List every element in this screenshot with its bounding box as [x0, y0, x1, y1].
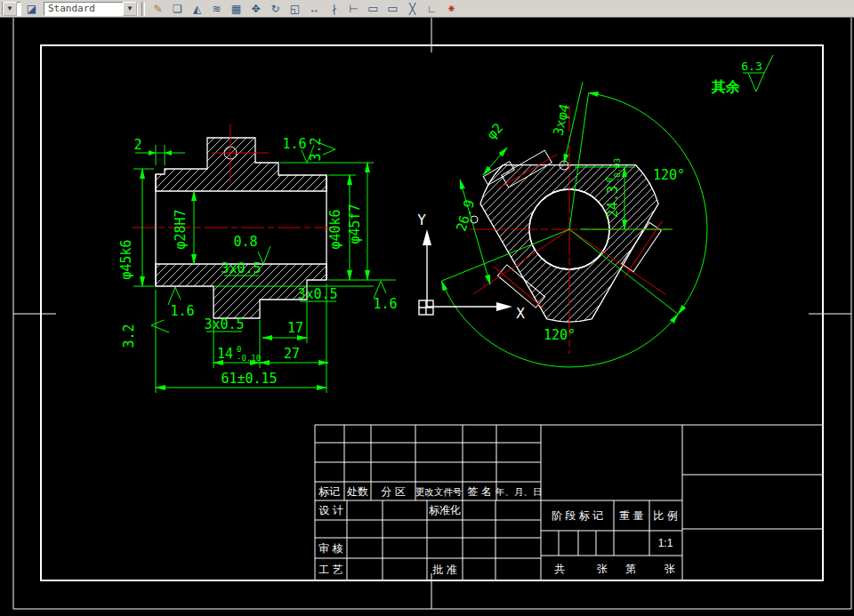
dim-14-tol-lower: -0.10	[237, 354, 261, 363]
circular-dims	[441, 82, 707, 367]
surface-roughness-note: 其余 6.3	[711, 55, 773, 94]
mirror-button[interactable]: ◭	[188, 1, 206, 16]
tb-stage-mark: 阶 段 标 记	[552, 509, 603, 522]
dim-angle-bottom: 120°	[544, 327, 576, 343]
dim-groove-bottom: 3x0.5	[204, 316, 244, 332]
dim-24-3-tol-lower: -0.03	[613, 158, 622, 182]
trim-button[interactable]: ∤	[325, 1, 343, 16]
section-view: 2 1.6 3.2 φ28H7 φ45k6 φ40k6 φ45f7 0.8 3x…	[118, 124, 398, 393]
dim-pin-phi2: φ2	[484, 120, 506, 142]
viewport-icon: ▭	[387, 3, 398, 14]
chamfer-button[interactable]: ∟	[423, 1, 441, 16]
explode-button[interactable]: ✷	[442, 1, 461, 16]
scale-icon: ◱	[290, 4, 300, 14]
drawing-canvas[interactable]: 2 1.6 3.2 φ28H7 φ45k6 φ40k6 φ45f7 0.8 3x…	[0, 0, 854, 616]
move-icon: ✥	[251, 4, 260, 14]
mirror-icon: ◭	[193, 4, 201, 14]
surface-note-label: 其余	[711, 79, 740, 94]
offset-button[interactable]: ≋	[207, 1, 226, 16]
chevron-down-icon[interactable]: ▼	[3, 2, 17, 16]
th-genggai: 更改文件号	[415, 486, 463, 497]
dim-bore: φ28H7	[173, 209, 189, 249]
extend-icon: ⊢	[349, 4, 358, 14]
stretch-button[interactable]: ↔	[305, 1, 324, 16]
break-button[interactable]: ╳	[403, 1, 422, 16]
dim-24-3: 24.3	[605, 186, 621, 218]
tb-weight: 重 量	[619, 509, 643, 522]
top-toolbar: ▼ ◪ Standard ▼ ✎ ❏ ◭ ≋ ▦ ✥ ↻ ◱ ↔ ∤ ⊢ ▭ ▭…	[0, 0, 854, 18]
dim-finish-top: 1.6	[282, 136, 306, 152]
tb-sheet-no: 第	[625, 563, 636, 575]
viewport-button[interactable]: ▭	[383, 1, 402, 16]
break-icon: ╳	[409, 4, 415, 14]
rectangle-icon: ▭	[367, 3, 378, 14]
dim-14: 14	[217, 346, 233, 362]
th-fenqu: 分 区	[381, 485, 405, 498]
tb-process: 工 艺	[318, 564, 342, 576]
erase-button[interactable]: ✎	[149, 1, 167, 16]
th-biaoji: 标记	[318, 485, 340, 498]
ucs-x-label: X	[516, 305, 525, 322]
dim-61: 61±0.15	[221, 371, 277, 387]
tb-audit: 审 核	[318, 542, 342, 555]
move-button[interactable]: ✥	[246, 1, 265, 16]
dim-outer-mid: φ40k6	[327, 209, 343, 249]
dim-groove-right: 3x0.5	[297, 286, 337, 302]
dim-27: 27	[284, 346, 300, 362]
tb-standardization: 标准化	[429, 504, 461, 516]
toolbar-separator	[141, 2, 145, 16]
chamfer-icon: ∟	[427, 4, 438, 14]
tb-scale-value: 1:1	[658, 537, 673, 549]
tb-approve: 批 准	[432, 564, 456, 576]
scale-button[interactable]: ◱	[286, 1, 304, 16]
dim-outer-left: φ45k6	[118, 239, 134, 279]
surface-note-value: 6.3	[741, 60, 761, 73]
dim-finish-top-right: 3.2	[308, 137, 324, 161]
dim-finish-bottom-right: 1.6	[373, 296, 397, 312]
offset-icon: ≋	[212, 4, 221, 14]
dim-angle-right: 120°	[653, 167, 685, 183]
dim-finish-bore: 0.8	[233, 234, 257, 250]
left-combo[interactable]: ▼	[2, 2, 21, 16]
dim-finish-side-left: 3.2	[121, 324, 137, 348]
dim-holes-3xphi4: 3xφ4	[550, 102, 573, 137]
extend-button[interactable]: ⊢	[344, 1, 363, 16]
tb-scale: 比 例	[653, 509, 677, 522]
layer-icon: ◪	[27, 4, 36, 14]
dim-step-width: 2	[133, 137, 141, 153]
tb-sheet-zhang: 张	[597, 563, 608, 575]
title-block: 标记 处数 分 区 更改文件号 签 名 年、月、日 设 计 标准化 审 核 工 …	[315, 425, 823, 580]
array-button[interactable]: ▦	[227, 1, 246, 16]
th-date: 年、月、日	[495, 486, 543, 497]
dim-groove-top: 3x0.5	[221, 260, 261, 276]
dim-17: 17	[287, 320, 303, 336]
th-qianming: 签 名	[467, 485, 491, 498]
ucs-y-label: Y	[417, 212, 426, 228]
erase-icon: ✎	[153, 4, 162, 14]
style-combobox[interactable]: Standard ▼	[44, 2, 138, 16]
trim-icon: ∤	[332, 4, 337, 14]
chevron-down-icon[interactable]: ▼	[123, 2, 137, 16]
array-icon: ▦	[231, 4, 241, 14]
dim-outer-right: φ45f7	[347, 204, 363, 244]
explode-icon: ✷	[447, 4, 455, 14]
tb-sheet-total: 共	[554, 563, 565, 575]
layer-properties-button[interactable]: ◪	[22, 1, 41, 16]
copy-button[interactable]: ❏	[168, 1, 187, 16]
title-block-lines	[315, 425, 823, 580]
tb-design: 设 计	[318, 504, 342, 516]
rotate-button[interactable]: ↻	[266, 1, 285, 16]
style-combobox-value: Standard	[44, 3, 123, 14]
dim-finish-bottom-left: 1.6	[170, 303, 194, 319]
circular-view: 3xφ4 φ2 26.9 24.3 0 -0.03 120° 120°	[441, 82, 707, 367]
rotate-icon: ↻	[270, 4, 279, 14]
th-chushu: 处数	[346, 485, 368, 498]
copy-icon: ❏	[173, 4, 182, 14]
stretch-icon: ↔	[310, 4, 320, 14]
rectangle-button[interactable]: ▭	[364, 1, 383, 16]
tb-sheet-zhang2: 张	[665, 563, 675, 575]
dim-14-tol-upper: 0	[237, 345, 241, 354]
